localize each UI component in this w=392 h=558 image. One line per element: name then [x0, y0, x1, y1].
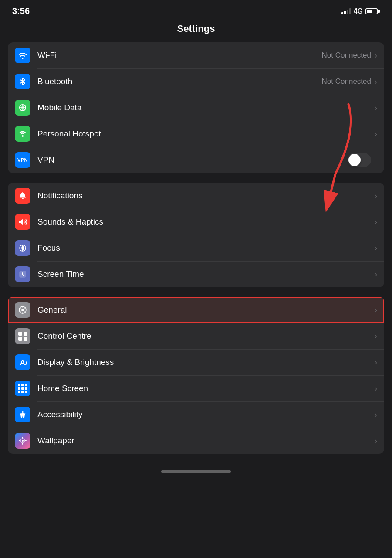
svg-point-6: [22, 411, 24, 413]
general-row[interactable]: General ›: [8, 297, 384, 323]
signal-bars-icon: [341, 8, 351, 14]
hotspot-chevron-icon: ›: [375, 129, 377, 139]
svg-point-4: [21, 309, 24, 311]
homescreen-row[interactable]: Home Screen ›: [8, 375, 384, 401]
wifi-label: Wi-Fi: [37, 51, 322, 60]
screentime-row[interactable]: Screen Time ›: [8, 261, 384, 287]
general-chevron-icon: ›: [375, 306, 377, 315]
general-label: General: [37, 305, 375, 315]
screentime-icon: [15, 266, 30, 282]
wifi-row[interactable]: Wi-Fi Not Connected ›: [8, 42, 384, 68]
sounds-row[interactable]: Sounds & Haptics ›: [8, 209, 384, 235]
display-row[interactable]: AA Display & Brightness ›: [8, 349, 384, 375]
vpn-icon: VPN: [15, 152, 30, 168]
svg-text:AA: AA: [20, 359, 27, 366]
accessibility-icon: [15, 407, 30, 422]
status-time: 3:56: [12, 6, 30, 16]
notifications-icon: [15, 188, 30, 204]
wallpaper-chevron-icon: ›: [375, 436, 377, 446]
wifi-chevron-icon: ›: [375, 51, 377, 60]
wifi-icon: [15, 48, 30, 63]
vpn-row[interactable]: VPN VPN ›: [8, 147, 384, 173]
mobiledata-row[interactable]: Mobile Data ›: [8, 95, 384, 121]
mobiledata-icon: [15, 100, 30, 116]
controlcentre-icon: [15, 328, 30, 344]
system2-group: General › Control Centre › AA Display & …: [8, 297, 384, 454]
wallpaper-label: Wallpaper: [37, 436, 375, 446]
focus-chevron-icon: ›: [375, 244, 377, 253]
hotspot-icon: [15, 126, 30, 142]
wifi-value: Not Connected: [322, 51, 371, 60]
screentime-label: Screen Time: [37, 269, 375, 279]
display-label: Display & Brightness: [37, 357, 375, 367]
status-icons: 4G: [341, 7, 380, 15]
accessibility-row[interactable]: Accessibility ›: [8, 401, 384, 428]
sounds-label: Sounds & Haptics: [37, 217, 375, 227]
bluetooth-row[interactable]: Bluetooth Not Connected ›: [8, 68, 384, 95]
hotspot-label: Personal Hotspot: [37, 129, 375, 139]
controlcentre-chevron-icon: ›: [375, 332, 377, 341]
display-icon: AA: [15, 354, 30, 370]
sounds-chevron-icon: ›: [375, 218, 377, 227]
vpn-label: VPN: [37, 155, 348, 165]
wallpaper-row[interactable]: Wallpaper ›: [8, 428, 384, 454]
network-type: 4G: [354, 7, 363, 15]
battery-icon: [365, 8, 380, 14]
wallpaper-icon: [15, 433, 30, 449]
mobiledata-label: Mobile Data: [37, 103, 375, 112]
display-chevron-icon: ›: [375, 358, 377, 367]
sounds-icon: [15, 214, 30, 230]
homescreen-chevron-icon: ›: [375, 384, 377, 393]
page-title: Settings: [0, 20, 392, 42]
home-bar: [161, 470, 231, 473]
homescreen-icon: [15, 381, 30, 396]
notifications-row[interactable]: Notifications ›: [8, 183, 384, 209]
focus-label: Focus: [37, 243, 375, 253]
notifications-label: Notifications: [37, 191, 375, 201]
general-icon: [15, 302, 30, 318]
connectivity-group: Wi-Fi Not Connected › Bluetooth Not Conn…: [8, 42, 384, 173]
accessibility-label: Accessibility: [37, 410, 375, 419]
bluetooth-icon: [15, 74, 30, 89]
vpn-toggle[interactable]: [348, 153, 371, 167]
bluetooth-chevron-icon: ›: [375, 77, 377, 86]
homescreen-label: Home Screen: [37, 384, 375, 393]
mobiledata-chevron-icon: ›: [375, 103, 377, 112]
controlcentre-label: Control Centre: [37, 331, 375, 341]
annotation-container: Notifications › Sounds & Haptics ›: [0, 183, 392, 287]
hotspot-row[interactable]: Personal Hotspot ›: [8, 121, 384, 147]
accessibility-chevron-icon: ›: [375, 410, 377, 419]
bluetooth-value: Not Connected: [322, 77, 371, 86]
svg-point-8: [22, 440, 24, 442]
screentime-chevron-icon: ›: [375, 270, 377, 279]
focus-row[interactable]: Focus ›: [8, 235, 384, 261]
home-indicator: [0, 463, 392, 476]
focus-icon: [15, 240, 30, 256]
controlcentre-row[interactable]: Control Centre ›: [8, 323, 384, 349]
system1-group: Notifications › Sounds & Haptics ›: [8, 183, 384, 287]
notifications-chevron-icon: ›: [375, 191, 377, 201]
status-bar: 3:56 4G: [0, 0, 392, 20]
bluetooth-label: Bluetooth: [37, 77, 322, 86]
